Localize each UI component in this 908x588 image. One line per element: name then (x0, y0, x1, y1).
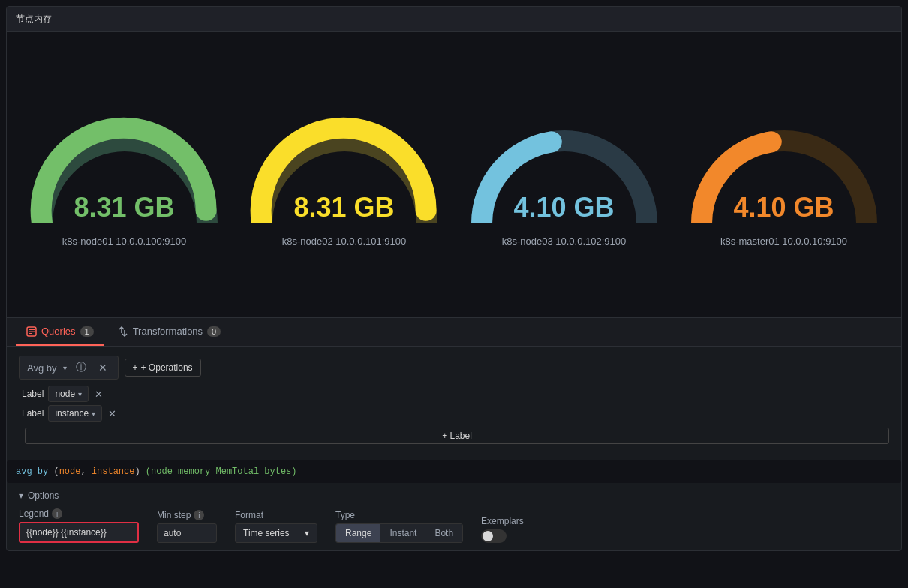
tab-transformations[interactable]: Transformations 0 (107, 318, 232, 346)
gauge-value: 8.31 GB (74, 192, 174, 224)
label-row-instance: Label instance ▾ ✕ (22, 405, 889, 422)
options-toggle[interactable]: ▾ Options (19, 490, 889, 501)
gauge-label: k8s-master01 10.0.0.10:9100 (720, 236, 847, 247)
gauge-item: 4.10 GBk8s-master01 10.0.0.10:9100 (674, 104, 894, 247)
options-chevron-icon: ▾ (19, 490, 23, 501)
legend-info-icon: i (52, 508, 62, 519)
tabs-bar: Queries 1 Transformations 0 (7, 318, 901, 346)
format-value: Time series (243, 528, 290, 538)
operations-button[interactable]: + + Operations (125, 358, 201, 376)
toggle-knob (483, 531, 493, 542)
label1-value: node (55, 388, 75, 399)
panel-title: 节点内存 (16, 14, 52, 24)
gauge-wrapper: 4.10 GB (467, 104, 662, 224)
label2-select[interactable]: instance ▾ (48, 405, 102, 422)
label2-value: instance (55, 408, 89, 418)
label2-remove-btn[interactable]: ✕ (107, 408, 118, 419)
transformations-label: Transformations (133, 326, 203, 337)
type-field: Type Range Instant Both (335, 510, 463, 543)
avg-by-row: Avg by ▾ ⓘ ✕ + + Operations (19, 356, 889, 380)
min-step-info-icon: i (194, 510, 204, 520)
type-buttons: Range Instant Both (335, 524, 463, 543)
tab-queries[interactable]: Queries 1 (16, 318, 104, 346)
format-select[interactable]: Time series ▾ (235, 524, 317, 543)
format-label-row: Format (235, 510, 317, 520)
options-section: ▾ Options Legend i Min step i (7, 483, 901, 550)
min-step-field: Min step i (157, 510, 217, 543)
exemplars-label-row: Exemplars (481, 516, 524, 526)
label1-chevron-icon: ▾ (78, 390, 82, 398)
options-label: Options (28, 490, 59, 501)
query-expression: avg by (node, instance) (node_memory_Mem… (7, 460, 901, 483)
format-chevron-icon: ▾ (305, 528, 309, 538)
legend-field: Legend i (19, 508, 139, 543)
legend-label-text: Legend (19, 508, 49, 519)
min-step-label-text: Min step (157, 510, 191, 520)
exemplars-label-text: Exemplars (481, 516, 524, 526)
gauge-value: 8.31 GB (293, 192, 394, 224)
options-grid: Legend i Min step i Format Time seri (19, 508, 889, 543)
type-instant-btn[interactable]: Instant (380, 524, 425, 542)
min-step-input[interactable] (157, 524, 217, 543)
gauge-label: k8s-node01 10.0.0.100:9100 (62, 236, 187, 247)
gauge-wrapper: 8.31 GB (27, 104, 222, 224)
gauge-value: 4.10 GB (513, 192, 614, 224)
type-label-row: Type (335, 510, 463, 520)
query-content: Avg by ▾ ⓘ ✕ + + Operations Label node ▾… (7, 346, 901, 453)
transformations-icon (118, 326, 128, 337)
gauge-label: k8s-node03 10.0.0.102:9100 (502, 236, 627, 247)
label-rows: Label node ▾ ✕ Label instance ▾ ✕ + Labe… (22, 386, 889, 444)
queries-badge: 1 (80, 326, 94, 337)
gauge-wrapper: 4.10 GB (687, 104, 882, 224)
operations-label: + Operations (141, 362, 193, 373)
gauge-item: 4.10 GBk8s-node03 10.0.0.102:9100 (454, 104, 674, 247)
type-both-btn[interactable]: Both (425, 524, 462, 542)
gauges-area: 8.31 GBk8s-node01 10.0.0.100:91008.31 GB… (7, 32, 901, 317)
legend-label-row: Legend i (19, 508, 139, 519)
queries-icon (26, 326, 37, 337)
gauge-value: 4.10 GB (733, 192, 834, 224)
transformations-badge: 0 (207, 326, 221, 337)
panel-container: 节点内存 8.31 GBk8s-node01 10.0.0.100:91008.… (6, 6, 902, 551)
avg-by-selector[interactable]: Avg by ▾ ⓘ ✕ (19, 356, 119, 380)
gauge-label: k8s-node02 10.0.0.101:9100 (282, 236, 407, 247)
gauge-item: 8.31 GBk8s-node02 10.0.0.101:9100 (234, 104, 454, 247)
label1-remove-btn[interactable]: ✕ (93, 388, 104, 400)
gauge-wrapper: 8.31 GB (247, 104, 442, 224)
legend-input[interactable] (19, 522, 139, 543)
operations-plus-icon: + (133, 362, 138, 373)
gauge-item: 8.31 GBk8s-node01 10.0.0.100:9100 (14, 104, 234, 247)
panel-header: 节点内存 (7, 7, 901, 32)
exemplars-toggle[interactable] (481, 530, 507, 543)
avg-by-text: Avg by (27, 362, 57, 374)
label1-key: Label (22, 388, 44, 399)
type-label-text: Type (335, 510, 355, 520)
add-label-button[interactable]: + Label (25, 428, 889, 444)
expr-keyword: avg by (16, 466, 48, 477)
avg-by-close-btn[interactable]: ✕ (95, 360, 110, 375)
format-field: Format Time series ▾ (235, 510, 317, 543)
label-row-node: Label node ▾ ✕ (22, 386, 889, 402)
type-range-btn[interactable]: Range (336, 524, 380, 542)
format-label-text: Format (235, 510, 263, 520)
min-step-label-row: Min step i (157, 510, 217, 520)
label2-chevron-icon: ▾ (92, 410, 95, 418)
queries-label: Queries (41, 326, 76, 337)
chevron-down-icon: ▾ (63, 364, 67, 372)
avg-by-info-btn[interactable]: ⓘ (73, 359, 89, 376)
exemplars-field: Exemplars (481, 516, 524, 543)
label1-select[interactable]: node ▾ (48, 386, 89, 402)
label2-key: Label (22, 408, 44, 418)
